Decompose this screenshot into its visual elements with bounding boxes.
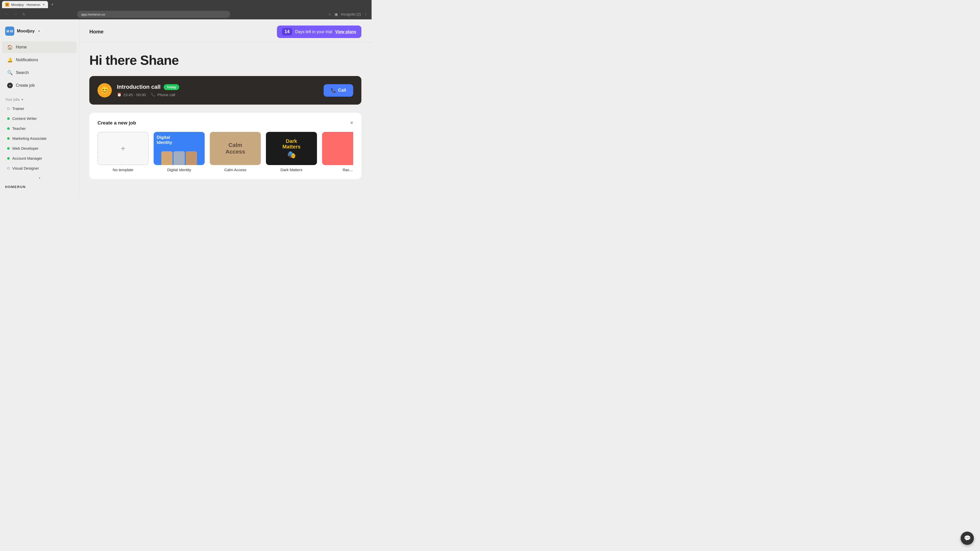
template-thumbnail-digital-identity: DigitalIdentity <box>154 132 205 165</box>
tab-title: Moodjoy · Homerun <box>11 3 40 6</box>
tab-close-btn[interactable]: ✕ <box>42 3 45 6</box>
menu-icon[interactable]: ⋮ <box>364 12 368 16</box>
templates-grid: + No template DigitalIdentity <box>97 132 353 172</box>
template-card-calm-access[interactable]: CalmAccess Calm Access <box>210 132 261 172</box>
create-job-icon: + <box>7 83 13 88</box>
reload-button[interactable]: ↻ <box>21 11 27 17</box>
incognito-label[interactable]: Incognito (2) <box>341 12 361 16</box>
template-name-dark-matters: Dark Matters <box>266 168 317 172</box>
call-button[interactable]: 📞 Call <box>324 84 353 97</box>
sidebar-search-label: Search <box>16 70 29 75</box>
intro-call-card: 😊 Introduction call Today ⏰ 23:45 - 00:0… <box>89 76 361 105</box>
address-bar: ← → ↻ app.homerun.co ☆ ▣ Incognito (2) ⋮ <box>0 9 372 19</box>
template-thumbnail-race <box>322 132 353 165</box>
main-body: Hi there Shane 😊 Introduction call Today… <box>79 42 372 189</box>
call-title-row: Introduction call Today <box>117 84 318 90</box>
create-job-section: Create a new job × + No template <box>89 113 361 179</box>
sidebar-icon[interactable]: ▣ <box>334 12 338 16</box>
template-name-no-template: No template <box>97 168 148 172</box>
trial-badge[interactable]: 14 Days left in your trial View plans <box>277 25 361 38</box>
job-status-dot-trainer <box>7 107 10 110</box>
job-status-dot-teacher <box>7 127 10 130</box>
view-plans-button[interactable]: View plans <box>335 30 356 34</box>
job-item-marketing-associate[interactable]: Marketing Associate <box>2 134 77 143</box>
url-text: app.homerun.co <box>81 13 105 16</box>
job-item-trainer[interactable]: Trainer <box>2 104 77 113</box>
app-layout: M M Moodjoy ▾ 🏠 Home 🔔 Notifications 🔍 S… <box>0 19 372 198</box>
today-badge: Today <box>164 84 179 90</box>
di-avatars <box>154 150 205 165</box>
search-icon: 🔍 <box>7 70 13 76</box>
forward-button[interactable]: → <box>13 11 18 17</box>
job-item-web-developer[interactable]: Web Developer <box>2 144 77 153</box>
back-button[interactable]: ← <box>4 11 10 17</box>
job-item-teacher[interactable]: Teacher <box>2 124 77 133</box>
template-card-race[interactable]: Rac... <box>322 132 353 172</box>
template-card-no-template[interactable]: + No template <box>97 132 148 172</box>
job-status-dot-marketing-associate <box>7 137 10 140</box>
notifications-icon: 🔔 <box>7 57 13 63</box>
dark-matters-icon: 🎭 <box>287 151 296 159</box>
job-status-dot-visual-designer <box>7 167 10 170</box>
phone-icon: 📞 <box>151 92 156 97</box>
browser-action-icons: ☆ ▣ Incognito (2) ⋮ <box>328 12 368 16</box>
call-type: 📞 Phone call <box>151 92 175 97</box>
call-time: ⏰ 23:45 - 00:00 <box>117 92 146 97</box>
call-details: ⏰ 23:45 - 00:00 📞 Phone call <box>117 92 318 97</box>
dark-matters-title: DarkMatters <box>282 138 301 149</box>
active-tab[interactable]: M Moodjoy · Homerun ✕ <box>2 1 48 8</box>
job-item-visual-designer[interactable]: Visual Designer <box>2 164 77 173</box>
di-avatar-1 <box>161 151 172 165</box>
template-card-digital-identity[interactable]: DigitalIdentity Digital Identity <box>154 132 205 172</box>
create-job-title: Create a new job <box>97 120 136 126</box>
create-job-header: Create a new job × <box>97 120 353 126</box>
create-job-close-button[interactable]: × <box>350 120 353 126</box>
calm-access-text: CalmAccess <box>225 142 245 156</box>
tab-bar: M Moodjoy · Homerun ✕ + <box>0 0 372 9</box>
plus-icon: + <box>121 144 126 153</box>
template-thumbnail-dark-matters: DarkMatters 🎭 <box>266 132 317 165</box>
sidebar-notifications-label: Notifications <box>16 58 38 62</box>
template-thumbnail-calm-access: CalmAccess <box>210 132 261 165</box>
sidebar-brand[interactable]: M M Moodjoy ▾ <box>0 24 79 41</box>
sidebar-home-label: Home <box>16 45 27 49</box>
url-bar[interactable]: app.homerun.co <box>77 11 230 18</box>
template-name-digital-identity: Digital Identity <box>154 168 205 172</box>
di-avatar-2 <box>173 151 185 165</box>
call-title: Introduction call <box>117 84 161 90</box>
main-header: Home 14 Days left in your trial View pla… <box>79 19 372 42</box>
new-tab-button[interactable]: + <box>49 2 56 7</box>
sidebar: M M Moodjoy ▾ 🏠 Home 🔔 Notifications 🔍 S… <box>0 19 79 198</box>
page-title: Home <box>89 29 103 35</box>
tab-favicon: M <box>5 3 9 6</box>
home-icon: 🏠 <box>7 44 13 50</box>
call-info: Introduction call Today ⏰ 23:45 - 00:00 … <box>117 84 318 97</box>
job-status-dot-account-manager <box>7 157 10 160</box>
brand-avatar: M M <box>5 27 14 36</box>
sidebar-item-home[interactable]: 🏠 Home <box>2 41 77 53</box>
sidebar-item-create-job[interactable]: + Create job <box>2 79 77 91</box>
job-item-account-manager[interactable]: Account Manager <box>2 154 77 163</box>
sidebar-create-job-label: Create job <box>16 83 35 88</box>
trial-days-text: Days left in your trial <box>295 30 332 34</box>
your-jobs-section-label[interactable]: Your jobs ▾ <box>0 94 79 103</box>
template-thumbnail-empty: + <box>97 132 148 165</box>
di-avatar-3 <box>186 151 197 165</box>
template-card-dark-matters[interactable]: DarkMatters 🎭 Dark Matters <box>266 132 317 172</box>
template-name-calm-access: Calm Access <box>210 168 261 172</box>
bookmark-icon[interactable]: ☆ <box>328 12 331 16</box>
brand-chevron-icon: ▾ <box>38 29 40 33</box>
template-name-race: Rac... <box>322 168 353 172</box>
brand-name: Moodjoy <box>17 29 35 34</box>
clock-icon: ⏰ <box>117 92 122 97</box>
greeting-heading: Hi there Shane <box>89 52 361 68</box>
homerun-logo: HOMERUN <box>0 180 79 194</box>
main-content: Home 14 Days left in your trial View pla… <box>79 19 372 198</box>
your-jobs-chevron-icon: ▾ <box>21 97 23 102</box>
di-title-text: DigitalIdentity <box>157 135 172 145</box>
call-avatar: 😊 <box>97 83 112 97</box>
job-item-content-writer[interactable]: Content Writer <box>2 114 77 123</box>
job-status-dot-content-writer <box>7 118 10 120</box>
sidebar-item-search[interactable]: 🔍 Search <box>2 67 77 79</box>
sidebar-item-notifications[interactable]: 🔔 Notifications <box>2 54 77 66</box>
